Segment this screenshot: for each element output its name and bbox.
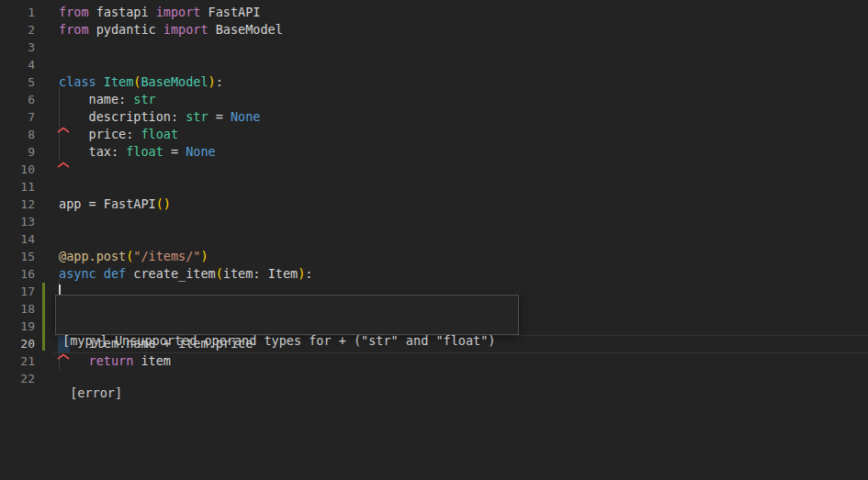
code-line-4[interactable]: 4: [0, 56, 868, 73]
code-line-10[interactable]: 10: [0, 161, 868, 178]
line-number[interactable]: 12: [0, 195, 35, 213]
code-text: @app.post("/items/"): [59, 248, 209, 265]
code-token: from: [59, 22, 89, 37]
code-token: :: [305, 266, 312, 281]
tooltip-severity: [error]: [62, 385, 512, 402]
code-line-16[interactable]: 16async def create_item(item: Item):: [0, 265, 868, 283]
code-token: :: [216, 74, 223, 89]
line-number[interactable]: 9: [0, 143, 35, 161]
code-token: FastAPI: [200, 5, 260, 19]
code-token: @app.post: [59, 249, 126, 263]
line-number[interactable]: 11: [0, 178, 35, 195]
line-number[interactable]: 20: [0, 335, 35, 352]
code-token: (): [156, 196, 171, 211]
code-token: str: [133, 92, 155, 106]
code-text: class Item(BaseModel):: [59, 73, 223, 91]
code-line-8[interactable]: 8 price: float: [0, 126, 868, 143]
code-token: BaseModel: [209, 22, 283, 37]
code-token: async: [59, 266, 96, 281]
code-token: "/items/": [133, 249, 200, 263]
line-number[interactable]: 8: [0, 126, 35, 143]
tooltip-message: [mypy] Unsupported operand types for + (…: [62, 332, 512, 350]
code-line-2[interactable]: 2from pydantic import BaseModel: [0, 21, 868, 39]
line-number[interactable]: 3: [0, 39, 35, 56]
code-text: from pydantic import BaseModel: [59, 21, 283, 39]
code-token: class: [59, 74, 96, 89]
line-number[interactable]: 19: [0, 318, 35, 335]
line-number[interactable]: 22: [0, 370, 35, 387]
line-number[interactable]: 15: [0, 248, 35, 265]
code-token: name:: [59, 92, 133, 106]
line-number[interactable]: 4: [0, 56, 35, 73]
code-line-5[interactable]: 5class Item(BaseModel):: [0, 73, 868, 91]
code-token: ): [209, 74, 216, 89]
code-text: description: str = None: [59, 108, 260, 126]
line-number[interactable]: 17: [0, 283, 35, 300]
code-line-6[interactable]: 6 name: str: [0, 91, 868, 108]
code-line-12[interactable]: 12app = FastAPI(): [0, 195, 868, 213]
code-token: pydantic: [89, 22, 163, 37]
line-number[interactable]: 16: [0, 265, 35, 283]
code-token: from: [59, 5, 89, 19]
code-line-13[interactable]: 13: [0, 213, 868, 230]
line-number[interactable]: 7: [0, 108, 35, 126]
error-squiggle: [57, 121, 70, 128]
code-token: fastapi: [89, 5, 156, 19]
code-token: [96, 266, 104, 281]
error-squiggle: [57, 156, 70, 162]
line-number[interactable]: 21: [0, 352, 35, 370]
code-token: price:: [59, 127, 141, 141]
line-number[interactable]: 13: [0, 213, 35, 230]
code-line-11[interactable]: 11: [0, 178, 868, 195]
code-token: item: Item: [223, 266, 298, 281]
code-token: (: [216, 266, 223, 281]
code-token: import: [156, 5, 201, 19]
code-text: app = FastAPI(): [59, 195, 171, 213]
code-line-3[interactable]: 3: [0, 39, 868, 56]
code-token: import: [163, 22, 209, 37]
code-token: def: [104, 266, 126, 281]
code-token: app = FastAPI: [59, 196, 156, 211]
line-number[interactable]: 18: [0, 300, 35, 318]
code-line-7[interactable]: 7 description: str = None: [0, 108, 868, 126]
line-number[interactable]: 1: [0, 4, 35, 21]
code-line-14[interactable]: 14: [0, 230, 868, 248]
code-token: str: [186, 109, 208, 124]
code-token: float: [141, 127, 178, 141]
line-number[interactable]: 14: [0, 230, 35, 248]
line-number[interactable]: 5: [0, 73, 35, 91]
code-line-15[interactable]: 15@app.post("/items/"): [0, 248, 868, 265]
code-text: async def create_item(item: Item):: [59, 265, 312, 283]
code-text: from fastapi import FastAPI: [59, 4, 260, 21]
error-hover-tooltip: [mypy] Unsupported operand types for + (…: [55, 295, 519, 335]
code-text: tax: float = None: [59, 143, 216, 161]
code-token: None: [231, 109, 261, 124]
code-token: Item: [104, 74, 134, 89]
code-token: =: [209, 109, 231, 124]
code-token: =: [163, 144, 186, 159]
code-line-1[interactable]: 1from fastapi import FastAPI: [0, 4, 868, 21]
line-number[interactable]: 2: [0, 21, 35, 39]
code-token: float: [126, 144, 163, 159]
code-token: create_item: [126, 266, 216, 281]
line-number[interactable]: 6: [0, 91, 35, 108]
code-token: ): [200, 249, 208, 263]
line-number[interactable]: 10: [0, 161, 35, 178]
code-token: BaseModel: [141, 74, 208, 89]
code-token: [96, 74, 104, 89]
code-token: description:: [59, 109, 186, 124]
code-editor[interactable]: from fastapi import FastAPI 1from fastap…: [0, 0, 868, 480]
code-text: name: str: [59, 91, 156, 108]
code-token: None: [186, 144, 216, 159]
code-text: price: float: [59, 126, 178, 143]
code-line-9[interactable]: 9 tax: float = None: [0, 143, 868, 161]
